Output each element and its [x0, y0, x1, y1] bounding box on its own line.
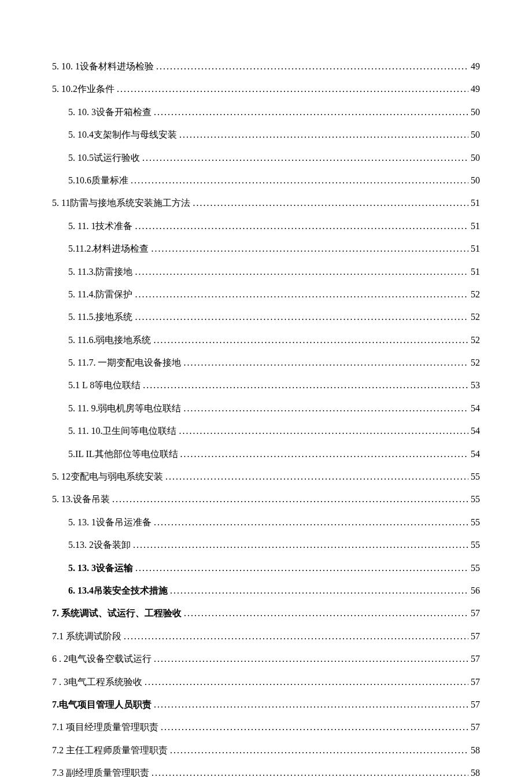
toc-leader-dots: [145, 673, 468, 691]
toc-entry: 5. 12变配电与弱电系统安装55: [52, 468, 480, 485]
toc-leader-dots: [170, 742, 468, 759]
toc-label: 5. 10.4支架制作与母线安装: [68, 126, 177, 143]
toc-page-number: 55: [471, 536, 480, 554]
toc-page-number: 55: [471, 468, 480, 485]
toc-leader-dots: [180, 445, 468, 463]
toc-label: 6. 13.4吊装安全技术措施: [68, 582, 168, 599]
toc-entry: 5. 11.7. 一期变配电设备接地52: [52, 354, 480, 371]
toc-label: 7.1 项目经理质量管理职责: [52, 719, 158, 736]
toc-label: 5. 12变配电与弱电系统安装: [52, 468, 163, 485]
toc-leader-dots: [153, 332, 468, 349]
toc-label: 5.IL IL其他部位等电位联结: [68, 445, 178, 463]
toc-page-number: 55: [471, 491, 480, 508]
toc-label: 5. 11. 9.弱电机房等电位联结: [68, 400, 181, 417]
toc-page-number: 57: [471, 673, 480, 691]
toc-entry: 5. 11.6.弱电接地系统52: [52, 332, 480, 349]
toc-leader-dots: [124, 628, 468, 645]
toc-page-number: 52: [471, 332, 480, 349]
toc-page-number: 52: [471, 308, 480, 326]
toc-page-number: 58: [471, 764, 480, 777]
toc-label: 5. 11.6.弱电接地系统: [68, 332, 151, 349]
toc-page-number: 51: [471, 194, 480, 212]
toc-page-number: 57: [471, 719, 480, 736]
toc-label: 6 . 2电气设备空载试运行: [52, 650, 152, 668]
toc-leader-dots: [154, 514, 468, 531]
toc-entry: 5. 11. 1技术准备51: [52, 218, 480, 235]
toc-entry: 7.1 项目经理质量管理职责57: [52, 719, 480, 736]
toc-entry: 6 . 2电气设备空载试运行57: [52, 650, 480, 668]
toc-label: 7. 系统调试、试运行、工程验收: [52, 605, 182, 622]
toc-label: 5. 11.5.接地系统: [68, 308, 132, 326]
toc-leader-dots: [156, 58, 468, 75]
toc-entry: 5.11.2.材料进场检查51: [52, 240, 480, 257]
toc-leader-dots: [161, 719, 468, 736]
toc-entry: 5. 11. 9.弱电机房等电位联结54: [52, 400, 480, 417]
toc-label: 5.11.2.材料进场检查: [68, 240, 149, 257]
toc-leader-dots: [170, 582, 468, 599]
toc-label: 5. 11防雷与接地系统安装施工方法: [52, 194, 190, 212]
toc-entry: 5. 10.5试运行验收50: [52, 149, 480, 167]
toc-entry: 5.1 L 8等电位联结53: [52, 377, 480, 394]
toc-leader-dots: [112, 491, 468, 508]
toc-leader-dots: [117, 80, 468, 98]
toc-leader-dots: [193, 194, 468, 212]
toc-label: 7.电气项目管理人员职责: [52, 696, 152, 713]
toc-leader-dots: [135, 286, 468, 303]
toc-entry: 5. 11.5.接地系统52: [52, 308, 480, 326]
toc-entry: 5.10.6质量标准50: [52, 172, 480, 189]
toc-label: 5.10.6质量标准: [68, 172, 128, 189]
toc-page-number: 49: [471, 58, 480, 75]
toc-page-number: 57: [471, 628, 480, 645]
toc-entry: 5. 10. 3设备开箱检查50: [52, 104, 480, 121]
toc-page-number: 51: [471, 218, 480, 235]
toc-page-number: 50: [471, 172, 480, 189]
toc-leader-dots: [179, 126, 468, 143]
toc-page-number: 50: [471, 149, 480, 167]
toc-label: 5.1 L 8等电位联结: [68, 377, 141, 394]
toc-leader-dots: [151, 240, 468, 257]
toc-leader-dots: [135, 218, 468, 235]
toc-leader-dots: [142, 149, 468, 167]
toc-page-number: 52: [471, 354, 480, 371]
toc-label: 5. 11. 1技术准备: [68, 218, 132, 235]
toc-page-number: 49: [471, 80, 480, 98]
toc-entry: 5. 11. 10.卫生间等电位联结54: [52, 422, 480, 440]
table-of-contents: 5. 10. 1设备材料进场检验495. 10.2作业条件495. 10. 3设…: [52, 58, 480, 777]
toc-label: 5. 10.2作业条件: [52, 80, 114, 98]
toc-leader-dots: [154, 104, 468, 121]
toc-leader-dots: [135, 263, 468, 281]
toc-label: 7 . 3电气工程系统验收: [52, 673, 142, 691]
toc-leader-dots: [154, 650, 468, 668]
toc-page-number: 57: [471, 650, 480, 668]
toc-entry: 5. 11防雷与接地系统安装施工方法51: [52, 194, 480, 212]
toc-page-number: 54: [471, 422, 480, 440]
toc-leader-dots: [135, 559, 468, 577]
toc-leader-dots: [152, 764, 468, 777]
toc-label: 5. 13. 1设备吊运准备: [68, 514, 152, 531]
toc-page-number: 51: [471, 263, 480, 281]
toc-entry: 5. 10.2作业条件49: [52, 80, 480, 98]
toc-leader-dots: [133, 536, 468, 554]
toc-label: 5. 11. 10.卫生间等电位联结: [68, 422, 176, 440]
toc-entry: 5.IL IL其他部位等电位联结54: [52, 445, 480, 463]
toc-leader-dots: [131, 172, 468, 189]
toc-leader-dots: [179, 422, 468, 440]
toc-label: 5.13. 2设备装卸: [68, 536, 131, 554]
toc-entry: 5. 10.4支架制作与母线安装50: [52, 126, 480, 143]
toc-page-number: 55: [471, 559, 480, 577]
toc-leader-dots: [183, 400, 468, 417]
toc-label: 7.3 副经理质量管理职责: [52, 764, 149, 777]
toc-label: 5. 13.设备吊装: [52, 491, 110, 508]
toc-entry: 7 . 3电气工程系统验收57: [52, 673, 480, 691]
toc-entry: 5. 10. 1设备材料进场检验49: [52, 58, 480, 75]
toc-leader-dots: [135, 308, 468, 326]
toc-entry: 5.13. 2设备装卸55: [52, 536, 480, 554]
toc-entry: 7.1 系统调试阶段57: [52, 628, 480, 645]
toc-entry: 5. 11.4.防雷保护52: [52, 286, 480, 303]
toc-entry: 5. 11.3.防雷接地51: [52, 263, 480, 281]
toc-page-number: 54: [471, 445, 480, 463]
toc-leader-dots: [143, 377, 468, 394]
toc-leader-dots: [165, 468, 468, 485]
toc-page-number: 57: [471, 605, 480, 622]
toc-page-number: 58: [471, 742, 480, 759]
